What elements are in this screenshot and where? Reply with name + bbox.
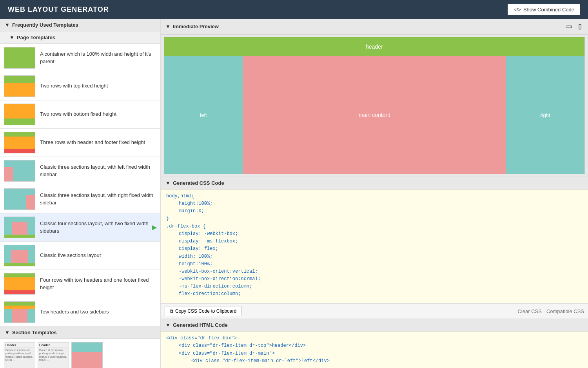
template-item-two-bottom[interactable]: Two rows with bottom fixed height [0,100,160,129]
css-line-13: -ms-flex-direction:column; [166,283,583,290]
html-line-4: <div class="dr-flex-item-main dr-left">l… [166,357,583,365]
show-combined-label: Show Combined Code [523,7,574,13]
html-line-1: <div class="dr-flex-box"> [166,335,583,342]
active-arrow-icon: ▶ [152,224,156,231]
template-thumb-full [4,47,35,69]
html-title: Generated HTML Code [173,322,228,328]
section-templates-header[interactable]: ▼ Section Templates [0,326,160,339]
section-thumb-1[interactable]: Header Donec id elit non mi porta gravid… [4,342,35,368]
template-thumb-tow [4,301,35,323]
chevron-down-icon-html: ▼ [165,322,171,328]
template-thumb-four-rows [4,273,35,295]
html-section: ▼ Generated HTML Code <div class="dr-fle… [161,319,588,368]
html-line-3: <div class="dr-flex-item dr-main"> [166,350,583,357]
css-panel-header: ▼ Generated CSS Code [161,177,588,189]
template-label-three-left: Classic three sections layout, with left… [40,164,156,178]
template-label-four-two: Classic four sections layout, with two f… [40,220,156,234]
right-panel: ▼ Immediate Preview ▭ ▯ header left main… [161,19,588,368]
template-label-four-rows: Four rows with tow headers and one foote… [40,277,156,291]
copy-css-button[interactable]: ⧉ Copy CSS Code to Clipboard [165,306,241,316]
chevron-down-icon-css: ▼ [165,180,171,186]
main-layout: ▼ Frequently Used Templates ▼ Page Templ… [0,19,588,368]
compatible-css-button[interactable]: Compatible CSS [546,308,584,314]
template-thumb-three-rows [4,132,35,153]
page-templates-label: Page Templates [17,35,55,40]
template-item-three-left[interactable]: Classic three sections layout, with left… [0,157,160,185]
copy-icon: ⧉ [170,308,173,314]
template-item-full[interactable]: A container which is 100% width and heig… [0,44,160,72]
preview-main-content: main content [243,56,506,174]
preview-body: left main content right [164,56,584,174]
html-panel-header: ▼ Generated HTML Code [161,319,588,332]
css-line-4: } [166,215,583,223]
chevron-down-icon-3: ▼ [5,330,10,335]
section-thumbs-row1: Header Donec id elit non mi porta gravid… [0,339,160,368]
html-code-area: <div class="dr-flex-box"> <div class="dr… [161,332,588,368]
preview-section: ▼ Immediate Preview ▭ ▯ header left main… [161,19,588,177]
css-line-10: height:100%; [166,261,583,268]
section-thumb-2[interactable]: Header Donec id elit non mi porta gravid… [38,342,69,368]
desktop-icon[interactable]: ▭ [564,22,573,31]
frequently-used-header[interactable]: ▼ Frequently Used Templates [0,19,160,31]
preview-area: header left main content right [164,37,585,174]
template-thumb-two-top [4,75,35,97]
css-line-8: display: flex; [166,245,583,253]
css-line-2: height:100%; [166,200,583,208]
template-item-four-rows[interactable]: Four rows with tow headers and one foote… [0,270,160,298]
template-label-three-right: Classic three sections layout, with righ… [40,192,156,206]
show-combined-button[interactable]: </> Show Combined Code [508,4,580,15]
template-item-three-right[interactable]: Classic three sections layout, with righ… [0,185,160,213]
template-item-four-two[interactable]: Classic four sections layout, with two f… [0,213,160,242]
template-item-five[interactable]: Classic five sections layout [0,242,160,270]
template-item-three-rows[interactable]: Three rows with header and footer fixed … [0,129,160,157]
css-line-1: body,html{ [166,193,583,200]
template-thumb-three-right [4,188,35,210]
template-label-five: Classic five sections layout [40,252,101,259]
css-line-5: .dr-flex-box { [166,223,583,230]
page-templates-header[interactable]: ▼ Page Templates [0,31,160,44]
template-item-tow[interactable]: Tow headers and two sidebars [0,298,160,326]
css-title: Generated CSS Code [173,180,224,186]
preview-left-panel: left [164,56,243,174]
css-line-11: -webkit-box-orient:vertical; [166,268,583,275]
css-line-7: display: -ms-flexbox; [166,238,583,245]
template-label-three-rows: Three rows with header and footer fixed … [40,139,145,146]
clear-css-button[interactable]: Clear CSS [517,308,541,314]
left-panel: ▼ Frequently Used Templates ▼ Page Templ… [0,19,161,368]
preview-right-panel: right [506,56,584,174]
chevron-down-icon: ▼ [5,22,10,28]
template-thumb-five [4,245,35,266]
preview-header-bar: header [164,37,584,56]
code-icon: </> [514,7,521,13]
mobile-icon[interactable]: ▯ [577,22,583,31]
preview-title: Immediate Preview [173,24,219,29]
template-label-two-bottom: Two rows with bottom fixed height [40,111,116,118]
app-title: WEB LAYOUT GENERATOR [8,5,109,14]
preview-actions: ▭ ▯ [564,22,583,31]
css-line-12: -webkit-box-direction:normal; [166,275,583,283]
chevron-down-icon-2: ▼ [9,35,15,40]
preview-header: ▼ Immediate Preview ▭ ▯ [161,19,588,35]
app-header: WEB LAYOUT GENERATOR </> Show Combined C… [0,0,588,19]
template-label-tow: Tow headers and two sidebars [40,308,109,315]
css-footer-right: Clear CSS Compatible CSS [517,308,584,314]
css-line-14: flex-direction:column; [166,290,583,298]
css-code-area: body,html{ height:100%; margin:0; } .dr-… [161,189,588,303]
section-thumb-3[interactable] [71,342,103,368]
css-line-6: display: -webkit-box; [166,230,583,238]
template-label-full: A container which is 100% width and heig… [40,51,156,65]
copy-css-label: Copy CSS Code to Clipboard [175,308,236,314]
css-line-9: width: 100%; [166,253,583,261]
template-item-two-top[interactable]: Two rows with top fixed height [0,72,160,100]
template-thumb-two-bottom [4,104,35,125]
template-thumb-three-left [4,160,35,182]
chevron-down-icon-preview: ▼ [165,24,171,29]
html-line-2: <div class="dr-flex-item dr-top">header<… [166,342,583,350]
section-templates-label: Section Templates [12,330,57,335]
template-thumb-four-two [4,217,35,238]
frequently-used-label: Frequently Used Templates [12,22,78,28]
css-line-3: margin:0; [166,208,583,215]
template-label-two-top: Two rows with top fixed height [40,82,108,89]
css-footer: ⧉ Copy CSS Code to Clipboard Clear CSS C… [161,303,588,319]
css-section: ▼ Generated CSS Code body,html{ height:1… [161,177,588,319]
